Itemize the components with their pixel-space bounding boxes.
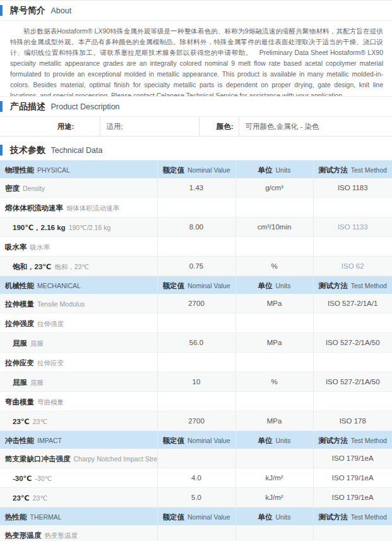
test-method-cell xyxy=(313,353,392,372)
property-cell: 弯曲模量弯曲模量 xyxy=(0,392,157,411)
units-cell xyxy=(235,353,313,372)
units-cell xyxy=(235,237,313,257)
group-header-row: 热性能THERMAL额定值Nominal Value单位Units测试方法Tes… xyxy=(0,508,392,526)
property-cell: 23℃23℃ xyxy=(0,488,157,508)
units-cell xyxy=(235,525,313,541)
product-description-row: 用途: 适用; 颜色: 可用颜色,金属化 - 染色 xyxy=(0,117,392,137)
value-cell: 2700 xyxy=(157,411,235,431)
group-name-cell: 冲击性能IMPACT xyxy=(0,431,157,449)
value-cell: 8.00 xyxy=(157,217,235,237)
units-cell: MPa xyxy=(235,294,313,313)
group-header-row: 机械性能MECHANICAL额定值Nominal Value单位Units测试方… xyxy=(0,276,392,295)
units-cell xyxy=(235,392,313,411)
property-row: 密度Density1.43g/cm³ISO 1183 xyxy=(0,178,392,198)
about-paragraph: 初步数据表Hostaform® LX90特殊金属外观等级是一种整体着色的、标称为… xyxy=(0,21,392,97)
color-label: 颜色: xyxy=(199,117,239,137)
units-header-cell: 单位Units xyxy=(235,508,313,526)
section-title-technical-data: 技术参数 Technical Data xyxy=(0,137,392,161)
test-method-cell: ISO 1183 xyxy=(313,178,392,198)
test-method-cell: ISO 179/1eA xyxy=(313,468,392,488)
value-cell: 2700 xyxy=(157,294,235,313)
units-header-cell: 单位Units xyxy=(235,161,313,178)
property-row: 23℃23℃5.0kJ/m²ISO 179/1eA xyxy=(0,488,392,508)
units-header-cell: 单位Units xyxy=(235,276,313,295)
group-header-row: 物理性能PHYSICAL额定值Nominal Value单位Units测试方法T… xyxy=(0,161,392,178)
group-name-cell: 热性能THERMAL xyxy=(0,508,157,526)
property-row: -30℃-30℃4.0kJ/m²ISO 179/1eA xyxy=(0,468,392,488)
product-description-table: 用途: 适用; 颜色: 可用颜色,金属化 - 染色 xyxy=(0,117,392,137)
property-cell: 热变形温度热变形温度 xyxy=(0,525,157,541)
group-name-cell: 物理性能PHYSICAL xyxy=(0,161,157,178)
units-cell: cm³/10min xyxy=(235,217,313,237)
method-header-cell: 测试方法Test Method xyxy=(313,508,392,526)
value-cell: 1.43 xyxy=(157,178,235,198)
section-accent-bar xyxy=(0,101,3,112)
property-cell: 190℃，2.16 kg190℃/2.16 kg xyxy=(0,217,157,237)
property-row: 熔体体积流动速率熔体体积流动速率 xyxy=(0,198,392,217)
section-title-about: 牌号简介 About xyxy=(0,1,392,21)
section-accent-bar xyxy=(0,5,3,16)
units-cell: MPa xyxy=(235,411,313,431)
value-cell: 0.75 xyxy=(157,257,235,276)
property-row: 190℃，2.16 kg190℃/2.16 kg8.00cm³/10minISO… xyxy=(0,217,392,237)
property-row: 屈服屈服10%ISO 527-2/1A/50 xyxy=(0,372,392,392)
test-method-cell xyxy=(313,525,392,541)
method-header-cell: 测试方法Test Method xyxy=(313,276,392,295)
test-method-cell: ISO 527-2/1A/50 xyxy=(313,372,392,392)
property-row: 弯曲模量弯曲模量 xyxy=(0,392,392,411)
test-method-link[interactable]: ISO 1133 xyxy=(313,217,392,237)
value-cell xyxy=(157,313,235,333)
test-method-cell xyxy=(313,237,392,257)
units-cell: MPa xyxy=(235,333,313,353)
test-method-cell xyxy=(313,392,392,411)
units-cell xyxy=(235,449,313,468)
property-cell: 饱和，23℃饱和，23℃ xyxy=(0,257,157,276)
value-cell: 56.0 xyxy=(157,333,235,353)
technical-data-title-zh: 技术参数 xyxy=(10,145,45,155)
property-row: 简支梁缺口冲击强度Charpy Notched Impact StrengthI… xyxy=(0,449,392,468)
property-row: 热变形温度热变形温度 xyxy=(0,525,392,541)
datasheet-page: 牌号简介 About 初步数据表Hostaform® LX90特殊金属外观等级是… xyxy=(0,0,392,541)
value-cell xyxy=(157,449,235,468)
value-cell xyxy=(157,237,235,257)
property-cell: 23℃23℃ xyxy=(0,411,157,431)
property-row: 屈服屈服56.0MPaISO 527-2/1A/50 xyxy=(0,333,392,353)
test-method-cell: ISO 527-2/1A/50 xyxy=(313,333,392,353)
method-header-cell: 测试方法Test Method xyxy=(313,161,392,178)
test-method-cell: ISO 179/1eA xyxy=(313,488,392,508)
product-description-title-en: Product Description xyxy=(50,102,119,111)
property-cell: 吸水率吸水率 xyxy=(0,237,157,257)
units-cell: kJ/m² xyxy=(235,468,313,488)
units-cell xyxy=(235,198,313,217)
units-cell xyxy=(235,313,313,333)
units-cell: kJ/m² xyxy=(235,488,313,508)
property-cell: 屈服屈服 xyxy=(0,372,157,392)
value-header-cell: 额定值Nominal Value xyxy=(157,431,235,449)
value-header-cell: 额定值Nominal Value xyxy=(157,508,235,526)
test-method-cell: ISO 178 xyxy=(313,411,392,431)
property-cell: 密度Density xyxy=(0,178,157,198)
property-row: 吸水率吸水率 xyxy=(0,237,392,257)
value-cell xyxy=(157,198,235,217)
units-cell: % xyxy=(235,257,313,276)
test-method-cell: ISO 527-2/1A/1 xyxy=(313,294,392,313)
color-value: 可用颜色,金属化 - 染色 xyxy=(239,117,392,137)
technical-data-title-en: Technical Data xyxy=(50,146,102,155)
test-method-link[interactable]: ISO 62 xyxy=(313,257,392,276)
property-row: 拉伸模量Tensile Modulus2700MPaISO 527-2/1A/1 xyxy=(0,294,392,313)
units-header-cell: 单位Units xyxy=(235,431,313,449)
value-cell xyxy=(157,525,235,541)
property-cell: 熔体体积流动速率熔体体积流动速率 xyxy=(0,198,157,217)
value-cell: 10 xyxy=(157,372,235,392)
property-row: 拉伸强度拉伸强度 xyxy=(0,313,392,333)
usage-label: 用途: xyxy=(0,117,100,137)
property-cell: 拉伸强度拉伸强度 xyxy=(0,313,157,333)
group-header-row: 冲击性能IMPACT额定值Nominal Value单位Units测试方法Tes… xyxy=(0,431,392,449)
technical-data-table: 物理性能PHYSICAL额定值Nominal Value单位Units测试方法T… xyxy=(0,161,392,541)
value-cell: 5.0 xyxy=(157,488,235,508)
property-cell: 拉伸应变拉伸应变 xyxy=(0,353,157,372)
test-method-cell xyxy=(313,313,392,333)
property-row: 拉伸应变拉伸应变 xyxy=(0,353,392,372)
product-description-title-zh: 产品描述 xyxy=(10,101,45,111)
units-cell: % xyxy=(235,372,313,392)
